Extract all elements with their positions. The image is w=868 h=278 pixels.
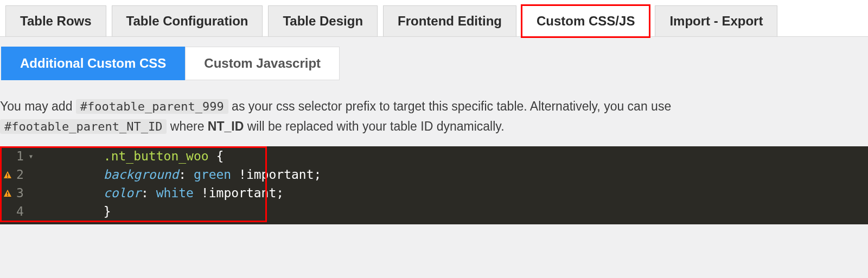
tab-frontend-editing[interactable]: Frontend Editing — [383, 5, 516, 36]
tab-table-design[interactable]: Table Design — [268, 5, 378, 36]
css-important: !important; — [201, 186, 284, 200]
tab-table-configuration[interactable]: Table Configuration — [112, 5, 263, 36]
editor-line[interactable]: 3 ▼ color: white !important; — [0, 184, 868, 203]
fold-icon[interactable]: ▼ — [27, 152, 33, 160]
svg-rect-2 — [7, 192, 8, 195]
css-code-editor[interactable]: 1 ▼ .nt_button_woo { 2 ▼ background: gre… — [0, 146, 868, 224]
css-brace: } — [104, 204, 111, 218]
info-mid: as your css selector prefix to target th… — [232, 99, 671, 113]
main-tab-bar: Table Rows Table Configuration Table Des… — [0, 0, 868, 37]
selector-prefix-code: #footable_parent_999 — [76, 99, 228, 114]
tab-import-export[interactable]: Import - Export — [655, 5, 777, 36]
sub-tab-bar: Additional Custom CSS Custom Javascript — [0, 37, 868, 80]
code-editor-wrap: 1 ▼ .nt_button_woo { 2 ▼ background: gre… — [0, 146, 868, 224]
svg-rect-0 — [7, 173, 8, 176]
warning-icon — [3, 171, 12, 179]
warning-icon — [3, 189, 12, 198]
info-suffix: will be replaced with your table ID dyna… — [247, 119, 505, 133]
svg-rect-3 — [7, 195, 8, 196]
subtab-additional-custom-css[interactable]: Additional Custom CSS — [1, 47, 185, 80]
info-prefix: You may add — [0, 99, 76, 113]
svg-rect-1 — [7, 177, 8, 178]
tab-table-rows[interactable]: Table Rows — [5, 5, 106, 36]
line-number: 3 — [15, 184, 24, 203]
line-number: 4 — [15, 202, 24, 221]
css-value: white — [156, 186, 194, 200]
line-number: 1 — [15, 147, 24, 166]
line-number: 2 — [15, 165, 24, 184]
subtab-custom-javascript[interactable]: Custom Javascript — [185, 47, 340, 80]
tab-custom-css-js[interactable]: Custom CSS/JS — [522, 5, 649, 36]
